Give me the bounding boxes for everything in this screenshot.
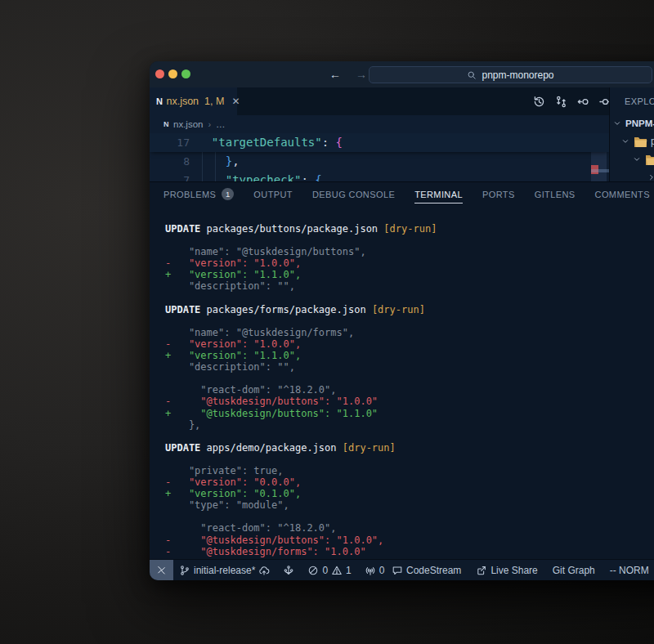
line-number: 7	[150, 171, 190, 181]
terminal-line: "name": "@tuskdesign/forms",	[165, 327, 654, 338]
status-text: 0	[379, 565, 385, 576]
indent-guide	[202, 152, 203, 181]
terminal-line: - "@tuskdesign/forms": "1.0.0"	[165, 546, 654, 557]
folder-icon	[634, 136, 647, 148]
close-icon[interactable]: ✕	[231, 96, 240, 106]
panel-tab-label: TERMINAL	[414, 186, 463, 203]
panel-tab-output[interactable]: OUTPUT	[253, 186, 293, 203]
panel-tab-label: PROBLEMS	[164, 186, 216, 203]
panel-tab-terminal[interactable]: TERMINAL	[414, 186, 463, 203]
status-text: Git Graph	[553, 565, 595, 576]
panel-tab-label: OUTPUT	[253, 186, 293, 203]
line-number: 17	[150, 133, 190, 152]
editor[interactable]: 17 "targetDefaults": {8 },7 "typecheck":…	[150, 133, 609, 181]
navigate-forward-button[interactable]: →	[356, 66, 367, 83]
terminal-line: "react-dom": "^18.2.0",	[165, 522, 654, 534]
terminal-line: "name": "@tuskdesign/buttons",	[165, 246, 654, 257]
navigate-back-button[interactable]: ←	[329, 66, 341, 83]
history-button[interactable]	[532, 95, 546, 109]
minimize-window-button[interactable]	[168, 69, 177, 78]
prev-change-icon	[576, 95, 590, 109]
panel-tab-label: GITLENS	[535, 186, 576, 203]
titlebar: ← → pnpm-monorepo	[150, 61, 654, 87]
status-text: Live Share	[490, 565, 537, 576]
terminal-line: + "version": "0.1.0",	[165, 488, 654, 499]
terminal-line: - "@tuskdesign/buttons": "1.0.0"	[165, 396, 654, 407]
search-value: pnpm-monorepo	[482, 69, 553, 81]
terminal-output[interactable]: UPDATE packages/buttons/package.json [dr…	[150, 206, 654, 559]
terminal-line: "description": "",	[165, 280, 654, 292]
tab-nx-json[interactable]: N nx.json 1, M ✕	[150, 87, 237, 115]
breadcrumb: N nx.json › …	[150, 115, 609, 133]
status-text: 1	[346, 565, 352, 576]
terminal-line	[165, 373, 654, 384]
warning-icon	[331, 565, 343, 576]
codestream-status[interactable]: CodeStream	[392, 565, 461, 576]
panel-tab-comments[interactable]: COMMENTS	[595, 186, 650, 203]
tab-modified-decoration: 1, M	[204, 96, 224, 107]
remote-indicator[interactable]	[150, 560, 173, 580]
terminal-line: - "@tuskdesign/buttons": "1.0.0",	[165, 534, 654, 546]
comment-icon	[392, 565, 403, 576]
breadcrumb-file[interactable]: nx.json	[173, 119, 203, 129]
problems-count-badge: 1	[222, 188, 234, 200]
explorer-root-folder[interactable]: PNPM-M	[610, 114, 654, 132]
close-window-button[interactable]	[155, 69, 164, 78]
git-branch-icon	[179, 565, 190, 576]
vim-mode-status: -- NORM	[610, 565, 649, 576]
horizontal-scrollbar[interactable]	[591, 169, 609, 172]
explorer-folder-row[interactable]	[610, 150, 654, 168]
breadcrumb-more[interactable]: …	[216, 119, 226, 129]
liveshare-status[interactable]: Live Share	[476, 565, 537, 576]
vscode-window: ← → pnpm-monorepo N nx.json 1, M ✕ N nx.…	[150, 61, 654, 580]
zoom-window-button[interactable]	[181, 69, 190, 78]
nx-icon: N	[164, 120, 168, 128]
chevron-down-icon	[632, 154, 642, 164]
panel-tab-label: PORTS	[482, 186, 515, 203]
explorer-folder-row[interactable]	[610, 168, 654, 181]
compare-changes-button[interactable]	[554, 95, 568, 109]
folder-label: p	[651, 136, 654, 147]
nx-icon: N	[156, 96, 162, 106]
cloud-upload-icon	[258, 565, 270, 576]
chevron-down-icon	[620, 136, 630, 146]
code-line[interactable]: 8 },	[150, 152, 609, 171]
terminal-line: "react-dom": "^18.2.0",	[165, 384, 654, 396]
panel-tab-bar: PROBLEMS1OUTPUTDEBUG CONSOLETERMINALPORT…	[150, 181, 654, 206]
terminal-line: - "version": "0.0.0",	[165, 476, 654, 488]
code-line[interactable]: 17 "targetDefaults": {	[150, 133, 609, 152]
search-icon	[467, 70, 477, 80]
gitlens-status[interactable]	[283, 565, 294, 576]
terminal-line: UPDATE packages/buttons/package.json [dr…	[165, 223, 654, 235]
code-line[interactable]: 7 "typecheck": {	[150, 171, 609, 181]
status-text: CodeStream	[406, 565, 461, 576]
share-icon	[476, 565, 487, 576]
terminal-line: + "version": "1.1.0",	[165, 269, 654, 280]
terminal-line: - "version": "1.0.0",	[165, 257, 654, 269]
error-icon	[307, 565, 319, 576]
explorer-title: EXPLOR	[625, 96, 654, 106]
terminal-line	[165, 511, 654, 522]
broadcast-status[interactable]: 0	[365, 565, 385, 576]
code-text: "typecheck": {	[198, 171, 322, 181]
command-center-search[interactable]: pnpm-monorepo	[369, 66, 652, 83]
panel-tab-ports[interactable]: PORTS	[482, 186, 515, 203]
terminal-line: UPDATE apps/demo/package.json [dry-run]	[165, 442, 654, 454]
panel-tab-problems[interactable]: PROBLEMS1	[164, 186, 234, 203]
panel-tab-gitlens[interactable]: GITLENS	[535, 186, 576, 203]
terminal-line	[165, 235, 654, 246]
explorer-folder-row[interactable]: p	[610, 132, 654, 150]
prev-change-button[interactable]	[576, 95, 590, 109]
branch-status[interactable]: initial-release*	[179, 565, 270, 576]
explorer-root-label: PNPM-M	[625, 119, 654, 128]
git-graph-status[interactable]: Git Graph	[553, 565, 595, 576]
indent-guide	[215, 152, 216, 181]
code-text: },	[198, 152, 240, 171]
terminal-line: + "@tuskdesign/buttons": "1.1.0"	[165, 408, 654, 419]
chevron-right-icon: ›	[208, 119, 211, 129]
terminal-line: - "version": "1.0.0",	[165, 338, 654, 350]
terminal-line	[165, 431, 654, 442]
panel-tab-debug-console[interactable]: DEBUG CONSOLE	[312, 186, 395, 203]
problems-status[interactable]: 01	[307, 565, 351, 576]
terminal-line	[165, 293, 654, 304]
